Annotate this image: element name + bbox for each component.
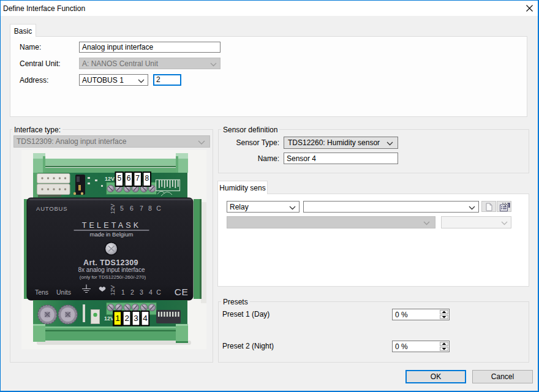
svg-text:Tens: Tens bbox=[35, 288, 48, 296]
svg-text:8: 8 bbox=[148, 205, 152, 212]
svg-text:Art. TDS12309: Art. TDS12309 bbox=[83, 258, 138, 267]
svg-text:2: 2 bbox=[130, 288, 134, 296]
svg-text:8x analog input interface: 8x analog input interface bbox=[78, 266, 145, 273]
svg-text:3: 3 bbox=[140, 288, 143, 296]
svg-text:7: 7 bbox=[140, 205, 143, 212]
svg-text:4: 4 bbox=[149, 288, 153, 296]
svg-text:made in Belgium: made in Belgium bbox=[90, 231, 134, 238]
svg-text:6: 6 bbox=[127, 174, 131, 183]
svg-text:7: 7 bbox=[135, 174, 140, 183]
svg-text:12V: 12V bbox=[105, 176, 115, 182]
svg-text:12V: 12V bbox=[109, 203, 116, 214]
svg-text:C: C bbox=[156, 205, 161, 212]
svg-text:AUTOBUS: AUTOBUS bbox=[36, 205, 67, 212]
svg-text:5: 5 bbox=[117, 174, 121, 183]
svg-text:12V: 12V bbox=[109, 285, 116, 296]
svg-text:2: 2 bbox=[124, 314, 129, 323]
svg-text:C: C bbox=[156, 288, 161, 296]
svg-text:6: 6 bbox=[130, 205, 134, 212]
svg-text:5: 5 bbox=[120, 205, 124, 212]
svg-text:Units: Units bbox=[56, 288, 71, 296]
svg-text:CE: CE bbox=[175, 287, 189, 297]
svg-text:12V: 12V bbox=[104, 315, 114, 322]
svg-text:TELETASK: TELETASK bbox=[82, 221, 141, 230]
svg-text:4: 4 bbox=[143, 314, 148, 323]
svg-text:(only for TDS12250/-260/-270): (only for TDS12250/-260/-270) bbox=[80, 274, 146, 280]
svg-text:3: 3 bbox=[134, 314, 138, 323]
svg-text:8: 8 bbox=[145, 174, 149, 183]
svg-text:1: 1 bbox=[121, 288, 125, 296]
svg-text:1: 1 bbox=[115, 314, 120, 323]
